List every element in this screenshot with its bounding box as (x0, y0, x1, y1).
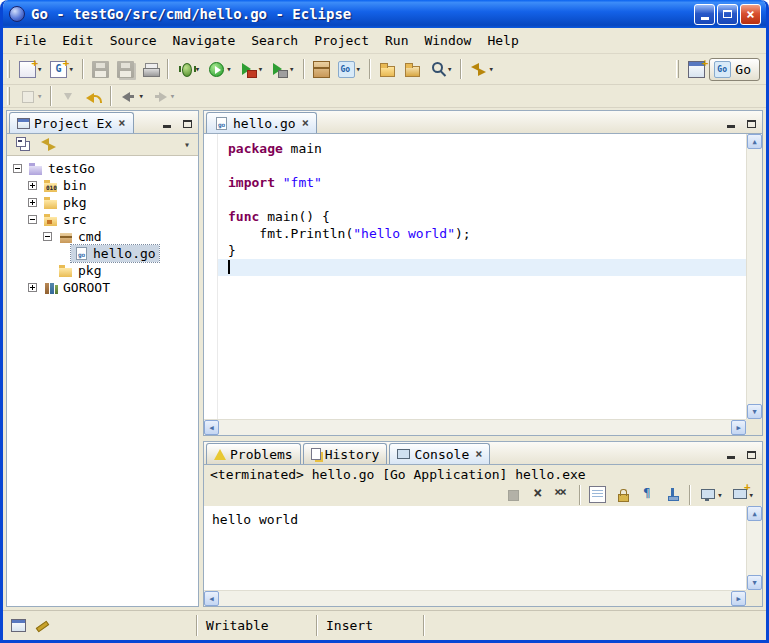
menu-run[interactable]: Run (377, 30, 416, 51)
dropdown-arrow-icon[interactable]: ▾ (356, 64, 361, 74)
external-tools-button[interactable]: ▾ (268, 58, 297, 81)
minimize-console-button[interactable] (722, 447, 740, 462)
terminate-button[interactable] (501, 483, 524, 506)
maximize-editor-button[interactable] (742, 116, 760, 131)
pin-console-button[interactable] (661, 483, 684, 506)
maximize-console-button[interactable] (742, 447, 760, 462)
tree-expander-plus-icon[interactable] (28, 181, 37, 190)
code-line-1[interactable]: package main (218, 140, 746, 157)
editor-horizontal-scrollbar[interactable]: ◀ ▶ (204, 419, 746, 435)
back-button[interactable]: ▾ (117, 85, 146, 108)
open-folder-button[interactable] (376, 58, 399, 81)
tree-item-bin[interactable]: bin (7, 177, 198, 194)
scroll-down-icon[interactable]: ▼ (747, 404, 762, 419)
console-scroll-left-icon[interactable]: ◀ (204, 591, 219, 606)
code-line-2[interactable] (218, 157, 746, 174)
menu-edit[interactable]: Edit (54, 30, 101, 51)
dropdown-arrow-icon[interactable]: ▾ (258, 64, 263, 74)
console-output[interactable]: hello world (204, 506, 746, 590)
scroll-right-icon[interactable]: ▶ (731, 420, 746, 435)
menu-project[interactable]: Project (306, 30, 377, 51)
next-annotation-button[interactable] (57, 85, 80, 108)
display-selected-console-button[interactable]: ▾ (696, 483, 725, 506)
tree-item-pkg[interactable]: pkg (7, 194, 198, 211)
tree-item-testGo[interactable]: testGo (7, 160, 198, 177)
dropdown-arrow-icon[interactable]: ▾ (170, 91, 175, 101)
console-scroll-down-icon[interactable]: ▼ (747, 575, 762, 590)
code-area[interactable]: package mainimport "fmt"func main() { fm… (218, 134, 746, 419)
titlebar[interactable]: Go - testGo/src/cmd/hello.go - Eclipse × (3, 0, 766, 28)
last-edit-location-button[interactable] (82, 85, 105, 108)
search-button[interactable]: ▾ (426, 58, 455, 81)
dropdown-arrow-icon[interactable]: ▾ (488, 64, 493, 74)
scroll-left-icon[interactable]: ◀ (204, 420, 219, 435)
tab-history[interactable]: History (303, 443, 388, 464)
run-last-button[interactable]: ▾ (237, 58, 266, 81)
tree-item-pkg[interactable]: pkg (7, 262, 198, 279)
dropdown-arrow-icon[interactable]: ▾ (37, 91, 42, 101)
code-line-3[interactable]: import "fmt" (218, 174, 746, 191)
tree-expander-minus-icon[interactable] (13, 164, 22, 173)
menu-navigate[interactable]: Navigate (165, 30, 244, 51)
clear-console-button[interactable] (586, 483, 609, 506)
toolbar-grip[interactable] (7, 60, 10, 78)
editor-mode-icon[interactable] (34, 619, 49, 632)
menu-help[interactable]: Help (479, 30, 526, 51)
scroll-up-icon[interactable]: ▲ (747, 134, 762, 149)
tree-item-GOROOT[interactable]: GOROOT (7, 279, 198, 296)
remove-all-launches-button[interactable] (551, 483, 574, 506)
close-editor-icon[interactable]: × (302, 116, 309, 130)
remove-launch-button[interactable] (526, 483, 549, 506)
view-menu-button[interactable]: ▾ (180, 139, 194, 150)
open-console-button[interactable]: ▾ (728, 483, 757, 506)
new-wizard-button[interactable]: ▾ (16, 58, 45, 81)
scroll-lock-button[interactable] (611, 483, 634, 506)
console-scroll-right-icon[interactable]: ▶ (731, 591, 746, 606)
go-perspective-button[interactable]: Go (709, 58, 760, 81)
forward-button[interactable]: ▾ (149, 85, 178, 108)
tab-problems[interactable]: Problems (206, 443, 301, 464)
pin-editor-button[interactable]: ▾ (16, 85, 45, 108)
code-line-4[interactable] (218, 191, 746, 208)
minimize-view-button[interactable] (158, 116, 176, 131)
new-go-package-button[interactable] (310, 58, 333, 81)
tab-console[interactable]: Console× (389, 443, 490, 464)
open-resource-button[interactable] (401, 58, 424, 81)
menu-window[interactable]: Window (416, 30, 479, 51)
maximize-view-button[interactable] (178, 116, 196, 131)
team-sync-button[interactable]: ▾ (467, 58, 496, 81)
close-button[interactable]: × (740, 4, 761, 25)
debug-button[interactable]: ▾ (174, 58, 203, 81)
console-scroll-up-icon[interactable]: ▲ (747, 506, 762, 521)
menu-source[interactable]: Source (102, 30, 165, 51)
dropdown-arrow-icon[interactable]: ▾ (717, 490, 722, 500)
code-line-8[interactable] (218, 259, 746, 276)
fast-view-icon[interactable] (11, 619, 26, 632)
menu-search[interactable]: Search (243, 30, 306, 51)
tree-expander-plus-icon[interactable] (28, 198, 37, 207)
minimize-button[interactable] (694, 4, 715, 25)
menu-file[interactable]: File (7, 30, 54, 51)
new-go-element-button[interactable]: ▾ (47, 58, 76, 81)
console-horizontal-scrollbar[interactable]: ◀ ▶ (204, 590, 746, 606)
dropdown-arrow-icon[interactable]: ▾ (138, 91, 143, 101)
word-wrap-button[interactable] (636, 483, 659, 506)
code-line-5[interactable]: func main() { (218, 208, 746, 225)
tree-expander-minus-icon[interactable] (43, 232, 52, 241)
tree-item-hello-go[interactable]: hello.go (7, 245, 198, 262)
tree-item-cmd[interactable]: cmd (7, 228, 198, 245)
tab-hello-go[interactable]: hello.go × (206, 112, 317, 133)
dropdown-arrow-icon[interactable]: ▾ (447, 64, 452, 74)
close-tab-icon[interactable]: × (475, 447, 482, 461)
link-with-editor-button[interactable] (37, 133, 60, 156)
code-line-6[interactable]: fmt.Println("hello world"); (218, 225, 746, 242)
go-tools-button[interactable]: ▾ (335, 58, 364, 81)
tab-project-explorer[interactable]: Project Ex × (9, 112, 134, 133)
run-button[interactable]: ▾ (205, 58, 234, 81)
dropdown-arrow-icon[interactable]: ▾ (289, 64, 294, 74)
minimize-editor-button[interactable] (722, 116, 740, 131)
dropdown-arrow-icon[interactable]: ▾ (226, 64, 231, 74)
editor-vertical-scrollbar[interactable]: ▲ ▼ (746, 134, 762, 419)
save-all-button[interactable] (114, 58, 137, 81)
maximize-button[interactable] (717, 4, 738, 25)
